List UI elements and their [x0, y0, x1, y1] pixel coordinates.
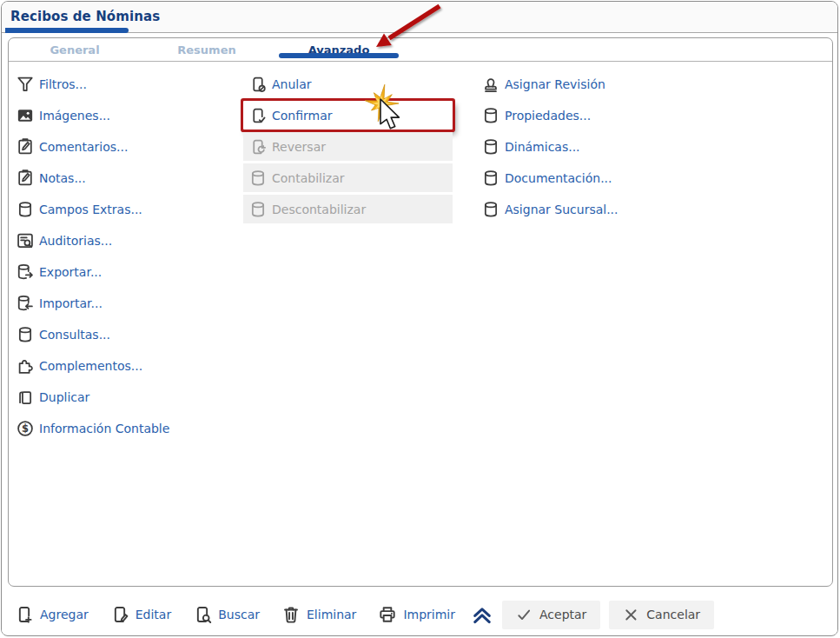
menu-item-label: Contabilizar — [272, 171, 345, 185]
database-icon — [248, 200, 268, 219]
menu-item-label: Descontabilizar — [272, 203, 366, 216]
menu-item-confirmar[interactable]: Confirmar — [243, 101, 453, 130]
menu-item-anular[interactable]: Anular — [243, 70, 453, 98]
database-import-icon — [16, 294, 35, 313]
check-icon — [516, 607, 532, 623]
menu-item-label: Asignar Revisión — [505, 77, 605, 91]
menu-item-complementos[interactable]: Complementos... — [16, 351, 235, 380]
menu-item-notas[interactable]: Notas... — [16, 163, 235, 192]
bottom-toolbar: AgregarEditarBuscarEliminarImprimir Acep… — [2, 595, 837, 635]
dialog-window: Recibos de Nóminas General Resumen Avanz… — [1, 1, 838, 636]
menu-item-label: Imágenes... — [39, 109, 110, 123]
menu-item-dinamicas[interactable]: Dinámicas... — [481, 132, 700, 161]
toolbar-item-buscar[interactable]: Buscar — [192, 604, 260, 625]
menu-item-label: Asignar Sucursal... — [505, 203, 618, 216]
menu-item-label: Confirmar — [272, 109, 333, 123]
toolbar-item-eliminar[interactable]: Eliminar — [281, 604, 356, 625]
menu-item-documentacion[interactable]: Documentación... — [481, 163, 700, 192]
menu-item-asignar-sucursal[interactable]: Asignar Sucursal... — [481, 195, 700, 223]
database-icon — [481, 169, 500, 188]
menu-item-label: Importar... — [39, 296, 103, 310]
page-pencil-icon — [109, 604, 130, 625]
cancelar-button[interactable]: Cancelar — [609, 601, 714, 629]
menu-column-middle: AnularConfirmarReversarContabilizarDesco… — [243, 70, 453, 226]
menu-column-right: Asignar RevisiónPropiedades...Dinámicas.… — [481, 70, 700, 226]
database-export-icon — [16, 263, 35, 282]
database-icon — [481, 106, 500, 125]
dollar-circle-icon: $ — [16, 419, 35, 438]
filter-icon — [16, 75, 35, 94]
menu-item-exportar[interactable]: Exportar... — [16, 257, 235, 286]
puzzle-icon — [16, 356, 35, 375]
menu-item-label: Buscar — [218, 608, 260, 621]
tab-bar: General Resumen Avanzado — [9, 38, 832, 62]
tab-resumen[interactable]: Resumen — [141, 38, 273, 61]
clipboard-edit-icon — [16, 169, 35, 188]
menu-item-label: Agregar — [40, 608, 89, 621]
x-icon — [623, 607, 639, 623]
menu-item-label: Duplicar — [39, 390, 89, 404]
menu-item-label: Información Contable — [39, 422, 169, 435]
menu-item-consultas[interactable]: Consultas... — [16, 320, 235, 349]
menu-item-campos-extras[interactable]: Campos Extras... — [16, 195, 235, 223]
main-panel: General Resumen Avanzado Filtros...Imáge… — [8, 37, 833, 587]
copy-icon — [16, 388, 35, 407]
database-icon — [16, 200, 35, 219]
page-cancel-icon — [248, 75, 268, 94]
menu-item-duplicar[interactable]: Duplicar — [16, 382, 235, 411]
menu-item-filtros[interactable]: Filtros... — [16, 70, 235, 98]
page-check-icon — [248, 106, 268, 125]
tab-general[interactable]: General — [9, 38, 141, 61]
menu-column-left: Filtros...Imágenes...Comentarios...Notas… — [16, 70, 235, 445]
aceptar-button[interactable]: Aceptar — [502, 601, 600, 629]
double-chevron-up-icon[interactable] — [471, 604, 493, 625]
menu-item-comentarios[interactable]: Comentarios... — [16, 132, 235, 161]
menu-item-label: Editar — [136, 608, 171, 621]
svg-text:$: $ — [22, 422, 29, 434]
clipboard-edit-icon — [16, 137, 35, 156]
database-icon — [248, 169, 268, 188]
menu-item-label: Auditorias... — [39, 234, 112, 248]
menu-item-importar[interactable]: Importar... — [16, 289, 235, 317]
toolbar-item-imprimir[interactable]: Imprimir — [377, 604, 455, 625]
title-bar: Recibos de Nóminas — [2, 2, 837, 33]
menu-item-label: Dinámicas... — [505, 140, 580, 154]
menu-item-propiedades[interactable]: Propiedades... — [481, 101, 700, 130]
tab-avanzado[interactable]: Avanzado — [273, 38, 405, 61]
menu-item-reversar: Reversar — [243, 132, 453, 161]
trash-icon — [281, 604, 301, 625]
menu-item-label: Imprimir — [403, 608, 455, 621]
printer-icon — [377, 604, 398, 625]
menu-item-label: Documentación... — [505, 171, 612, 185]
database-icon — [481, 200, 500, 219]
menu-item-label: Consultas... — [39, 328, 110, 342]
menu-item-informacion-contable[interactable]: $Información Contable — [16, 414, 235, 442]
image-icon — [16, 106, 35, 125]
menu-item-asignar-revision[interactable]: Asignar Revisión — [481, 70, 700, 98]
stamp-icon — [481, 75, 500, 94]
menu-item-label: Exportar... — [39, 265, 102, 279]
menu-item-label: Notas... — [39, 171, 86, 185]
page-search-icon — [192, 604, 213, 625]
dialog-buttons: AceptarCancelar — [493, 601, 714, 629]
title-underline — [5, 28, 129, 33]
menu-item-label: Complementos... — [39, 359, 142, 373]
menu-item-descontabilizar: Descontabilizar — [243, 195, 453, 223]
menu-item-label: Campos Extras... — [39, 203, 142, 216]
database-icon — [481, 137, 500, 156]
menu-item-label: Propiedades... — [505, 109, 591, 123]
menu-item-label: Filtros... — [39, 77, 87, 91]
toolbar-item-editar[interactable]: Editar — [109, 604, 171, 625]
audit-search-icon — [16, 231, 35, 250]
page-refresh-icon — [248, 137, 268, 156]
page-title: Recibos de Nóminas — [10, 9, 160, 24]
menu-item-auditorias[interactable]: Auditorias... — [16, 226, 235, 255]
menu-item-label: Eliminar — [307, 608, 356, 621]
menu-item-label: Comentarios... — [39, 140, 128, 154]
toolbar-item-agregar[interactable]: Agregar — [14, 604, 89, 625]
menu-item-contabilizar: Contabilizar — [243, 163, 453, 192]
menu-item-label: Reversar — [272, 140, 326, 154]
button-label: Aceptar — [539, 608, 586, 621]
database-icon — [16, 325, 35, 344]
menu-item-imagenes[interactable]: Imágenes... — [16, 101, 235, 130]
